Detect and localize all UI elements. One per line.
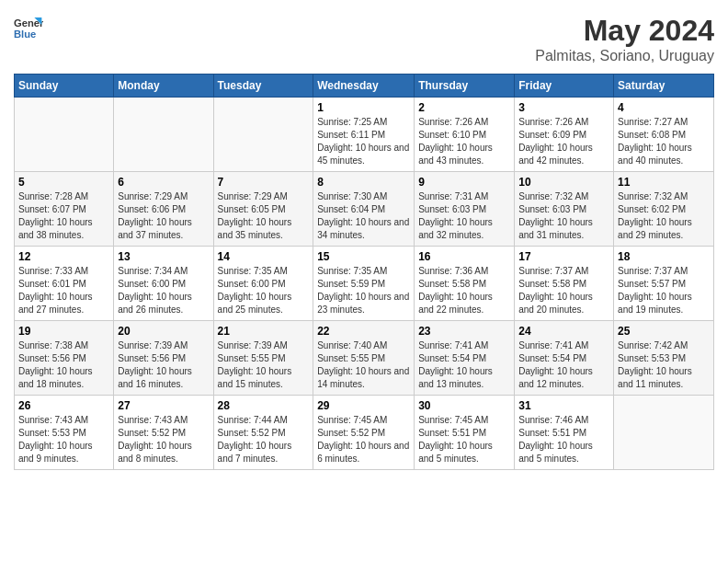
day-number: 16 [418, 250, 510, 263]
day-number: 14 [218, 250, 310, 263]
calendar-week-row: 5 Sunrise: 7:28 AM Sunset: 6:07 PM Dayli… [15, 172, 714, 247]
calendar-day-cell: 22 Sunrise: 7:40 AM Sunset: 5:55 PM Dayl… [313, 321, 415, 396]
day-sunrise: Sunrise: 7:45 AM [418, 414, 510, 427]
day-sunset: Sunset: 6:01 PM [18, 278, 109, 291]
calendar-day-cell: 27 Sunrise: 7:43 AM Sunset: 5:52 PM Dayl… [114, 396, 213, 470]
day-number: 2 [418, 101, 510, 114]
calendar-day-cell: 13 Sunrise: 7:34 AM Sunset: 6:00 PM Dayl… [114, 247, 213, 321]
day-sunrise: Sunrise: 7:37 AM [618, 265, 710, 278]
col-sunday: Sunday [15, 75, 114, 98]
calendar-day-cell: 26 Sunrise: 7:43 AM Sunset: 5:53 PM Dayl… [15, 396, 114, 470]
calendar-day-cell: 31 Sunrise: 7:46 AM Sunset: 5:51 PM Dayl… [515, 396, 614, 470]
title-block: May 2024 Palmitas, Soriano, Uruguay [535, 14, 714, 64]
day-sunrise: Sunrise: 7:42 AM [618, 339, 710, 352]
day-daylight: Daylight: 10 hours and 14 minutes. [317, 365, 410, 391]
day-number: 21 [218, 325, 310, 338]
calendar-day-cell [213, 98, 313, 172]
day-sunset: Sunset: 6:04 PM [317, 203, 410, 216]
day-sunset: Sunset: 6:00 PM [218, 278, 310, 291]
day-number: 7 [218, 176, 310, 189]
day-daylight: Daylight: 10 hours and 5 minutes. [418, 440, 510, 465]
day-sunset: Sunset: 6:07 PM [18, 203, 109, 216]
day-sunrise: Sunrise: 7:26 AM [418, 116, 510, 129]
day-sunset: Sunset: 5:55 PM [317, 352, 410, 365]
day-sunset: Sunset: 5:56 PM [18, 352, 109, 365]
day-daylight: Daylight: 10 hours and 18 minutes. [18, 365, 109, 391]
day-daylight: Daylight: 10 hours and 13 minutes. [418, 365, 510, 391]
day-daylight: Daylight: 10 hours and 42 minutes. [518, 142, 609, 167]
day-sunrise: Sunrise: 7:28 AM [18, 190, 109, 203]
day-sunrise: Sunrise: 7:45 AM [317, 414, 410, 427]
day-sunrise: Sunrise: 7:27 AM [618, 116, 710, 129]
day-number: 28 [218, 399, 310, 412]
day-sunset: Sunset: 5:53 PM [18, 427, 109, 440]
calendar-day-cell: 6 Sunrise: 7:29 AM Sunset: 6:06 PM Dayli… [114, 172, 213, 247]
day-sunrise: Sunrise: 7:25 AM [317, 116, 410, 129]
calendar-day-cell: 4 Sunrise: 7:27 AM Sunset: 6:08 PM Dayli… [614, 98, 714, 172]
day-sunset: Sunset: 5:59 PM [317, 278, 410, 291]
calendar-week-row: 26 Sunrise: 7:43 AM Sunset: 5:53 PM Dayl… [15, 396, 714, 470]
col-friday: Friday [515, 75, 614, 98]
calendar-day-cell: 1 Sunrise: 7:25 AM Sunset: 6:11 PM Dayli… [313, 98, 415, 172]
day-sunrise: Sunrise: 7:44 AM [218, 414, 310, 427]
day-daylight: Daylight: 10 hours and 7 minutes. [218, 440, 310, 465]
calendar-header-row: Sunday Monday Tuesday Wednesday Thursday… [15, 75, 714, 98]
day-number: 11 [618, 176, 710, 189]
day-daylight: Daylight: 10 hours and 22 minutes. [418, 291, 510, 316]
page-title: May 2024 [535, 14, 714, 48]
calendar-day-cell: 2 Sunrise: 7:26 AM Sunset: 6:10 PM Dayli… [415, 98, 515, 172]
day-sunrise: Sunrise: 7:39 AM [118, 339, 209, 352]
day-daylight: Daylight: 10 hours and 43 minutes. [418, 142, 510, 167]
day-sunrise: Sunrise: 7:29 AM [218, 190, 310, 203]
day-daylight: Daylight: 10 hours and 35 minutes. [218, 216, 310, 242]
day-sunset: Sunset: 6:10 PM [418, 129, 510, 142]
calendar-week-row: 12 Sunrise: 7:33 AM Sunset: 6:01 PM Dayl… [15, 247, 714, 321]
day-number: 6 [118, 176, 209, 189]
calendar-day-cell: 11 Sunrise: 7:32 AM Sunset: 6:02 PM Dayl… [614, 172, 714, 247]
day-daylight: Daylight: 10 hours and 26 minutes. [118, 291, 209, 316]
day-number: 18 [618, 250, 710, 263]
day-daylight: Daylight: 10 hours and 32 minutes. [418, 216, 510, 242]
day-number: 19 [18, 325, 109, 338]
calendar-day-cell: 17 Sunrise: 7:37 AM Sunset: 5:58 PM Dayl… [515, 247, 614, 321]
day-sunrise: Sunrise: 7:43 AM [118, 414, 209, 427]
day-number: 5 [18, 176, 109, 189]
day-sunset: Sunset: 5:52 PM [317, 427, 410, 440]
calendar-day-cell: 7 Sunrise: 7:29 AM Sunset: 6:05 PM Dayli… [213, 172, 313, 247]
col-thursday: Thursday [415, 75, 515, 98]
day-sunrise: Sunrise: 7:29 AM [118, 190, 209, 203]
logo-icon: General Blue [14, 14, 43, 43]
day-sunrise: Sunrise: 7:35 AM [218, 265, 310, 278]
svg-text:Blue: Blue [14, 29, 36, 40]
calendar-day-cell: 21 Sunrise: 7:39 AM Sunset: 5:55 PM Dayl… [213, 321, 313, 396]
calendar-day-cell: 16 Sunrise: 7:36 AM Sunset: 5:58 PM Dayl… [415, 247, 515, 321]
day-sunrise: Sunrise: 7:43 AM [18, 414, 109, 427]
day-daylight: Daylight: 10 hours and 29 minutes. [618, 216, 710, 242]
calendar-day-cell: 20 Sunrise: 7:39 AM Sunset: 5:56 PM Dayl… [114, 321, 213, 396]
calendar-table: Sunday Monday Tuesday Wednesday Thursday… [14, 74, 714, 470]
day-number: 24 [518, 325, 609, 338]
day-sunset: Sunset: 6:09 PM [518, 129, 609, 142]
day-sunrise: Sunrise: 7:41 AM [418, 339, 510, 352]
logo: General Blue [14, 14, 43, 43]
day-daylight: Daylight: 10 hours and 8 minutes. [118, 440, 209, 465]
day-daylight: Daylight: 10 hours and 19 minutes. [618, 291, 710, 316]
day-sunset: Sunset: 5:51 PM [518, 427, 609, 440]
day-sunset: Sunset: 5:51 PM [418, 427, 510, 440]
calendar-week-row: 19 Sunrise: 7:38 AM Sunset: 5:56 PM Dayl… [15, 321, 714, 396]
day-daylight: Daylight: 10 hours and 6 minutes. [317, 440, 410, 465]
day-daylight: Daylight: 10 hours and 20 minutes. [518, 291, 609, 316]
day-sunset: Sunset: 6:05 PM [218, 203, 310, 216]
day-sunset: Sunset: 5:58 PM [518, 278, 609, 291]
day-sunrise: Sunrise: 7:41 AM [518, 339, 609, 352]
day-daylight: Daylight: 10 hours and 45 minutes. [317, 142, 410, 167]
day-sunrise: Sunrise: 7:38 AM [18, 339, 109, 352]
page-header: General Blue May 2024 Palmitas, Soriano,… [14, 14, 714, 64]
day-number: 13 [118, 250, 209, 263]
day-number: 15 [317, 250, 410, 263]
day-sunset: Sunset: 6:03 PM [418, 203, 510, 216]
day-daylight: Daylight: 10 hours and 40 minutes. [618, 142, 710, 167]
day-sunset: Sunset: 5:58 PM [418, 278, 510, 291]
day-daylight: Daylight: 10 hours and 27 minutes. [18, 291, 109, 316]
day-number: 4 [618, 101, 710, 114]
